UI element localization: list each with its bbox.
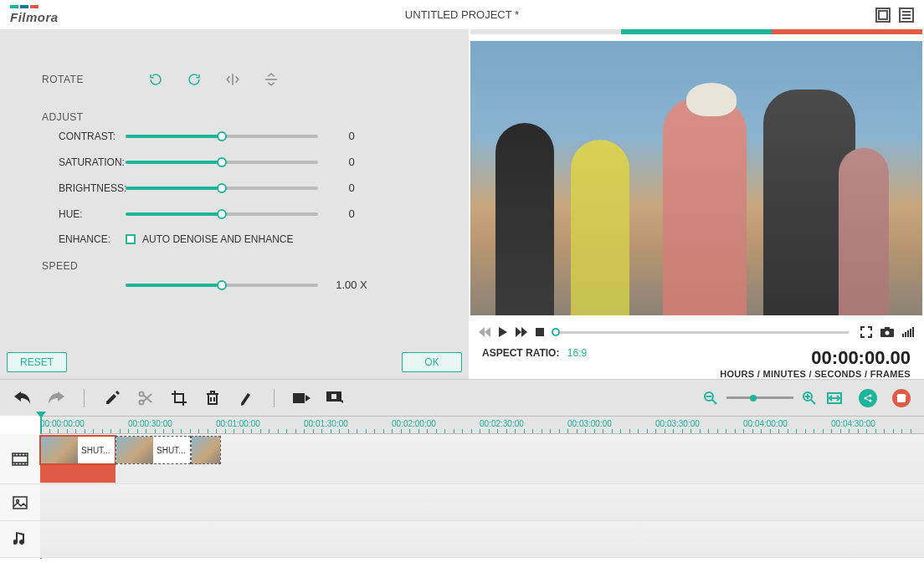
preview-tab-strip <box>470 29 922 34</box>
project-title: UNTITLED PROJECT * <box>405 8 519 21</box>
audio-track-icon[interactable] <box>0 521 40 558</box>
delete-icon[interactable] <box>203 389 222 407</box>
timeline-toolbar <box>0 379 924 416</box>
edit-panel: ROTATE ADJUST CONTRAST: 0 <box>0 29 469 379</box>
clip-label: SHUT... <box>78 446 113 455</box>
brightness-slider[interactable] <box>126 187 318 190</box>
clip-extension <box>40 464 116 483</box>
play-icon[interactable] <box>499 327 507 337</box>
volume-icon[interactable] <box>902 327 914 337</box>
contrast-label: CONTRAST: <box>42 130 126 142</box>
logo-text: Filmora <box>10 10 59 24</box>
adjust-label: ADJUST <box>42 111 427 123</box>
zoom-slider[interactable] <box>726 396 793 399</box>
zoom-in-icon[interactable] <box>800 389 819 407</box>
video-track-icon[interactable] <box>0 434 40 484</box>
svg-point-3 <box>886 331 890 335</box>
ruler-time: 00:02:30:00 <box>480 419 524 428</box>
timecode-value: 00:00:00.00 <box>720 347 911 369</box>
timeline: 00:00:00:0000:00:30:0000:01:00:0000:01:3… <box>0 416 924 558</box>
contrast-slider[interactable] <box>126 135 318 138</box>
stop-icon[interactable] <box>536 328 544 336</box>
timecode-display: 00:00:00.00 HOURS / MINUTES / SECONDS / … <box>720 347 911 379</box>
image-track-icon[interactable] <box>0 484 40 521</box>
ruler-time: 00:03:00:00 <box>567 419 612 428</box>
app-header: Filmora UNTITLED PROJECT * <box>0 0 924 29</box>
timeline-clip[interactable]: SHUT... <box>116 436 191 464</box>
saturation-value: 0 <box>318 156 385 168</box>
svg-rect-8 <box>912 327 914 337</box>
store-button[interactable] <box>892 389 911 407</box>
rotate-cw-icon[interactable] <box>147 71 164 88</box>
aspect-value: 16:9 <box>567 347 587 359</box>
menu-icon[interactable] <box>899 8 914 23</box>
brightness-value: 0 <box>318 182 385 194</box>
speed-label: SPEED <box>42 260 427 272</box>
timecode-label: HOURS / MINUTES / SECONDS / FRAMES <box>720 369 911 379</box>
hue-slider[interactable] <box>126 212 318 216</box>
clip-thumbnail <box>116 437 153 463</box>
svg-rect-4 <box>902 334 904 337</box>
snapshot-icon[interactable] <box>880 327 894 337</box>
record-icon[interactable] <box>326 389 345 407</box>
video-preview[interactable] <box>470 41 922 315</box>
timeline-clip[interactable] <box>191 436 221 464</box>
svg-rect-2 <box>885 327 890 330</box>
app-logo: Filmora <box>10 5 59 24</box>
saturation-slider[interactable] <box>126 161 318 164</box>
hue-value: 0 <box>318 207 385 220</box>
rotate-label: ROTATE <box>42 74 126 85</box>
timeline-ruler[interactable]: 00:00:00:0000:00:30:0000:01:00:0000:01:3… <box>40 416 924 434</box>
svg-rect-13 <box>331 394 336 399</box>
image-track[interactable] <box>40 484 924 521</box>
hue-label: HUE: <box>42 208 126 220</box>
split-icon[interactable] <box>136 389 155 407</box>
enhance-checkbox[interactable] <box>126 234 136 244</box>
brightness-label: BRIGHTNESS: <box>42 182 126 194</box>
share-button[interactable] <box>859 389 877 407</box>
redo-icon[interactable] <box>47 389 65 407</box>
video-track[interactable]: SHUT...SHUT... <box>40 434 924 484</box>
fullscreen-icon[interactable] <box>860 326 872 338</box>
clip-label: SHUT... <box>153 446 188 455</box>
ruler-time: 00:02:00:00 <box>392 419 436 428</box>
flip-vertical-icon[interactable] <box>263 71 280 88</box>
audio-track[interactable] <box>40 521 924 558</box>
undo-icon[interactable] <box>13 389 32 407</box>
reset-button[interactable]: RESET <box>7 352 67 372</box>
hue-row: HUE: 0 <box>42 207 427 220</box>
save-project-icon[interactable] <box>875 8 891 23</box>
svg-rect-0 <box>536 328 544 336</box>
playback-progress[interactable] <box>556 331 849 334</box>
export-icon[interactable] <box>293 389 311 407</box>
ruler-time: 00:04:30:00 <box>831 419 875 428</box>
timeline-clip[interactable]: SHUT... <box>40 436 116 464</box>
enhance-row: ENHANCE: AUTO DENOISE AND ENHANCE <box>42 233 427 245</box>
ruler-time: 00:01:00:00 <box>216 419 260 428</box>
speed-value: 1.00 X <box>318 279 385 291</box>
speed-slider[interactable] <box>126 284 318 287</box>
edit-icon[interactable] <box>103 389 121 407</box>
ruler-time: 00:03:30:00 <box>655 419 700 428</box>
saturation-row: SATURATION: 0 <box>42 156 427 168</box>
prev-frame-icon[interactable] <box>479 327 490 337</box>
crop-icon[interactable] <box>170 389 188 407</box>
rotate-ccw-icon[interactable] <box>186 71 203 88</box>
zoom-controls <box>701 389 844 407</box>
ok-button[interactable]: OK <box>402 352 462 372</box>
svg-rect-7 <box>910 329 911 337</box>
svg-rect-6 <box>907 330 909 337</box>
contrast-value: 0 <box>318 130 385 142</box>
ruler-time: 00:00:00:00 <box>40 419 85 428</box>
preview-panel: ASPECT RATIO: 16:9 00:00:00.00 HOURS / M… <box>469 29 924 379</box>
playback-controls <box>470 320 922 344</box>
next-frame-icon[interactable] <box>516 327 527 337</box>
enhance-checkbox-label: AUTO DENOISE AND ENHANCE <box>142 233 293 245</box>
clip-thumbnail <box>192 437 220 463</box>
zoom-fit-icon[interactable] <box>825 389 844 407</box>
flip-horizontal-icon[interactable] <box>224 71 241 88</box>
svg-rect-5 <box>905 332 906 337</box>
zoom-out-icon[interactable] <box>701 389 720 407</box>
color-icon[interactable] <box>237 389 255 407</box>
saturation-label: SATURATION: <box>42 156 126 168</box>
